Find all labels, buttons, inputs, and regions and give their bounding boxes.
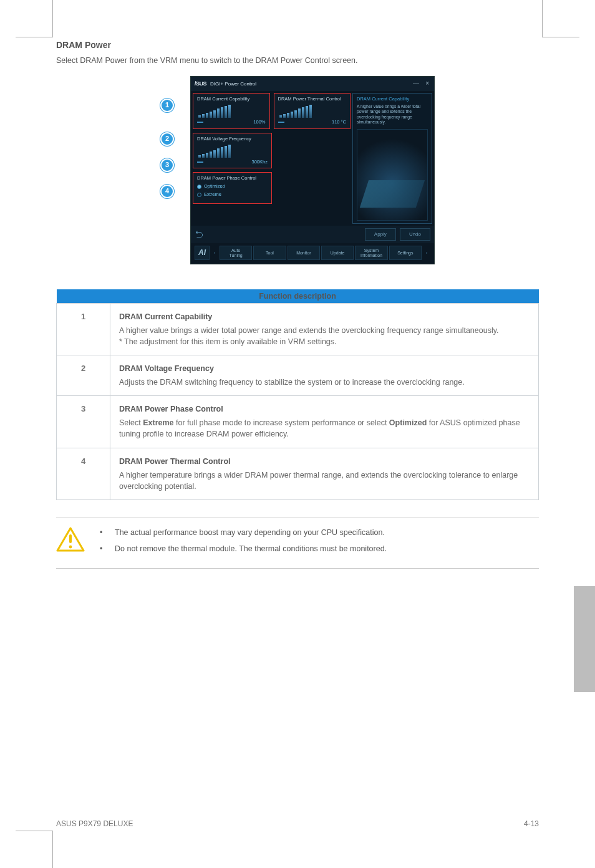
dram-current-card[interactable]: DRAM Current Capability 100% (193, 93, 270, 129)
bullet-icon: • (100, 543, 104, 554)
level-bars (279, 104, 347, 118)
level-bars (198, 144, 268, 158)
crop-mark (16, 0, 53, 37)
table-row: 3 DRAM Power Phase Control Select Extrem… (57, 396, 539, 448)
feature-note: * The adjustment for this item is only a… (119, 337, 337, 346)
radio-label: Extreme (204, 191, 221, 198)
card-title: DRAM Power Phase Control (197, 175, 268, 182)
caution-text: The actual performance boost may vary de… (115, 527, 385, 538)
feature-name: DRAM Current Capability (119, 311, 530, 322)
minus-icon[interactable] (278, 122, 284, 123)
card-value: 300Khz (251, 159, 267, 166)
svg-rect-1 (69, 534, 72, 543)
radio-icon (197, 193, 201, 197)
table-header: Function description (57, 289, 539, 303)
undo-button[interactable]: Undo (400, 228, 430, 241)
radio-extreme[interactable]: Extreme (197, 191, 268, 198)
ai-logo[interactable]: AI (195, 246, 210, 260)
back-button[interactable]: ⮌ (195, 228, 203, 241)
section-intro: Select DRAM Power from the VRM menu to s… (56, 55, 539, 66)
digi-power-window: /SUS DIGI+ Power Control — × DRAM Curren… (190, 76, 435, 264)
nav-bar: AI ‹ Auto Tuning Tool Monitor Update Sys… (191, 243, 434, 264)
nav-label: Tuning (230, 253, 243, 258)
caution-block: • The actual performance boost may vary … (56, 518, 539, 569)
bullet-icon: • (100, 527, 104, 538)
caution-icon (56, 527, 85, 552)
feature-desc: A higher temperature brings a wider DRAM… (119, 471, 518, 491)
nav-label: Monitor (296, 250, 311, 256)
section-heading: DRAM Power (56, 39, 539, 51)
feature-desc: A higher value brings a wider total powe… (119, 326, 498, 335)
info-desc: A higher value brings a wider total powe… (357, 104, 428, 125)
radio-optimized[interactable]: Optimized (197, 183, 268, 190)
feature-name: DRAM Power Phase Control (119, 403, 530, 415)
callout-marker-3: 3 (160, 158, 174, 172)
row-content: DRAM Current Capability A higher value b… (110, 303, 539, 355)
crop-mark (542, 0, 579, 37)
option-optimized: Optimized (389, 418, 427, 427)
row-number: 3 (57, 396, 110, 448)
apply-button[interactable]: Apply (365, 228, 396, 241)
feature-table: Function description 1 DRAM Current Capa… (56, 289, 539, 500)
nav-settings[interactable]: Settings (389, 246, 422, 260)
card-title: DRAM Voltage Frequency (197, 136, 268, 143)
caution-item: • The actual performance boost may vary … (100, 527, 387, 538)
info-panel: DRAM Current Capability A higher value b… (352, 93, 432, 224)
option-extreme: Extreme (143, 418, 173, 427)
nav-label: Update (331, 250, 345, 256)
nav-update[interactable]: Update (321, 246, 354, 260)
callout-marker-2: 2 (160, 132, 174, 146)
feature-desc-part: Select (119, 418, 143, 427)
nav-auto-tuning[interactable]: Auto Tuning (220, 246, 252, 260)
row-number: 1 (57, 303, 110, 355)
svg-point-2 (69, 546, 72, 549)
minus-icon[interactable] (197, 162, 203, 163)
table-row: 4 DRAM Power Thermal Control A higher te… (57, 448, 539, 499)
chevron-left-icon[interactable]: ‹ (211, 246, 218, 260)
feature-desc: Adjusts the DRAM switching frequency to … (119, 378, 465, 387)
row-number: 2 (57, 355, 110, 395)
table-row: 2 DRAM Voltage Frequency Adjusts the DRA… (57, 355, 539, 395)
nav-label: Settings (397, 250, 413, 256)
caution-list: • The actual performance boost may vary … (100, 527, 387, 559)
nav-label: System (364, 248, 379, 253)
page-footer: ASUS P9X79 DELUXE 4-13 (56, 781, 539, 829)
radio-icon (197, 185, 201, 189)
window-title: DIGI+ Power Control (210, 80, 256, 88)
row-number: 4 (57, 448, 110, 499)
nav-label: Information (360, 253, 382, 258)
crop-mark (16, 831, 53, 868)
card-value: 100% (253, 119, 265, 126)
card-value: 110 °C (332, 119, 346, 126)
card-title: DRAM Current Capability (197, 96, 266, 103)
feature-desc-part: for full phase mode to increase system p… (174, 418, 389, 427)
nav-label: Tool (266, 250, 274, 256)
footer-right: 4-13 (524, 819, 539, 829)
feature-name: DRAM Voltage Frequency (119, 363, 530, 374)
dram-voltfreq-card[interactable]: DRAM Voltage Frequency 300Khz (193, 133, 272, 169)
minimize-button[interactable]: — (413, 80, 419, 87)
feature-name: DRAM Power Thermal Control (119, 456, 530, 467)
close-button[interactable]: × (425, 80, 429, 87)
chapter-side-tab (574, 586, 595, 692)
caution-text: Do not remove the thermal module. The th… (115, 543, 387, 554)
info-illustration (357, 129, 428, 221)
dram-phase-card[interactable]: DRAM Power Phase Control Optimized Extre… (193, 172, 272, 204)
dram-thermal-card[interactable]: DRAM Power Thermal Control 110 °C (274, 93, 351, 129)
footer-left: ASUS P9X79 DELUXE (56, 819, 133, 829)
nav-tool[interactable]: Tool (253, 246, 286, 260)
chevron-right-icon[interactable]: › (423, 246, 430, 260)
nav-label: Auto (231, 248, 240, 253)
radio-label: Optimized (204, 183, 225, 190)
minus-icon[interactable] (197, 122, 203, 123)
row-content: DRAM Power Phase Control Select Extreme … (110, 396, 539, 448)
callout-marker-1: 1 (160, 99, 174, 112)
card-title: DRAM Power Thermal Control (278, 96, 347, 103)
info-title: DRAM Current Capability (357, 96, 428, 103)
nav-system-info[interactable]: System Information (355, 246, 387, 260)
button-bar: ⮌ Apply Undo (191, 226, 434, 243)
row-content: DRAM Power Thermal Control A higher temp… (110, 448, 539, 499)
callout-marker-4: 4 (160, 185, 174, 198)
row-content: DRAM Voltage Frequency Adjusts the DRAM … (110, 355, 539, 395)
nav-monitor[interactable]: Monitor (288, 246, 320, 260)
